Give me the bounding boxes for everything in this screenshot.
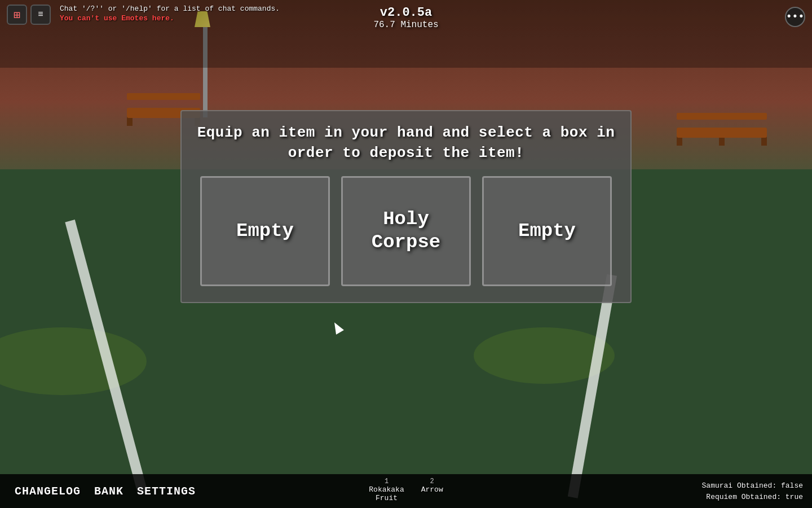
chat-warning-line: You can't use Emotes here. (60, 14, 280, 23)
chat-icon: ≡ (38, 10, 43, 20)
slot-2-button[interactable]: Holy Corpse (341, 176, 471, 286)
changelog-button[interactable]: CHANGELOG (9, 483, 86, 500)
hotbar-slot-1-label: Rokakaka Fruit (369, 485, 404, 502)
chat-messages: Chat '/?'' or '/help' for a list of chat… (60, 5, 280, 23)
slot-1-button[interactable]: Empty (200, 176, 330, 286)
hotbar-slot-2-label: Arrow (421, 485, 443, 494)
dots-icon: ••• (786, 11, 804, 23)
bench-seat-right (677, 128, 767, 138)
slot-2-label: Holy Corpse (372, 208, 440, 254)
hotbar-slot-2-num: 2 (430, 478, 434, 485)
bank-button[interactable]: BANK (89, 483, 129, 500)
chat-help-line: Chat '/?'' or '/help' for a list of chat… (60, 5, 280, 13)
slot-3-button[interactable]: Empty (482, 176, 612, 286)
deposit-dialog: Equip an item in your hand and select a … (180, 110, 632, 303)
slots-container: Empty Holy Corpse Empty (195, 176, 617, 286)
top-right-menu: ••• (785, 7, 805, 27)
samurai-status: Samurai Obtained: false (702, 480, 803, 492)
hotbar-item-2: 2 Arrow (421, 478, 443, 502)
hotbar-slot-1-num: 1 (385, 478, 389, 485)
requiem-status: Requiem Obtained: true (702, 492, 803, 503)
roblox-logo-button[interactable]: ⊞ (7, 5, 27, 25)
bottom-right-info: Samurai Obtained: false Requiem Obtained… (702, 480, 803, 502)
chat-button[interactable]: ≡ (30, 5, 51, 25)
bottom-nav-buttons: CHANGELOG BANK SETTINGS (9, 483, 201, 500)
bottom-bar: CHANGELOG BANK SETTINGS 1 Rokakaka Fruit… (0, 474, 812, 508)
time-text: 76.7 Minutes (373, 20, 438, 30)
version-info: v2.0.5a 76.7 Minutes (373, 6, 438, 30)
bench-back-left (127, 93, 200, 100)
bench-back-right (677, 113, 767, 120)
hotbar-item-1: 1 Rokakaka Fruit (369, 478, 404, 502)
settings-button[interactable]: SETTINGS (131, 483, 201, 500)
bench-right (677, 113, 767, 152)
roblox-icon: ⊞ (14, 8, 20, 22)
slot-3-label: Empty (518, 220, 576, 243)
menu-dots-button[interactable]: ••• (785, 7, 805, 27)
dialog-instruction: Equip an item in your hand and select a … (195, 122, 617, 164)
top-left-icons: ⊞ ≡ (7, 5, 51, 25)
hotbar: 1 Rokakaka Fruit 2 Arrow (369, 478, 443, 502)
version-text: v2.0.5a (373, 6, 438, 20)
slot-1-label: Empty (236, 220, 294, 243)
